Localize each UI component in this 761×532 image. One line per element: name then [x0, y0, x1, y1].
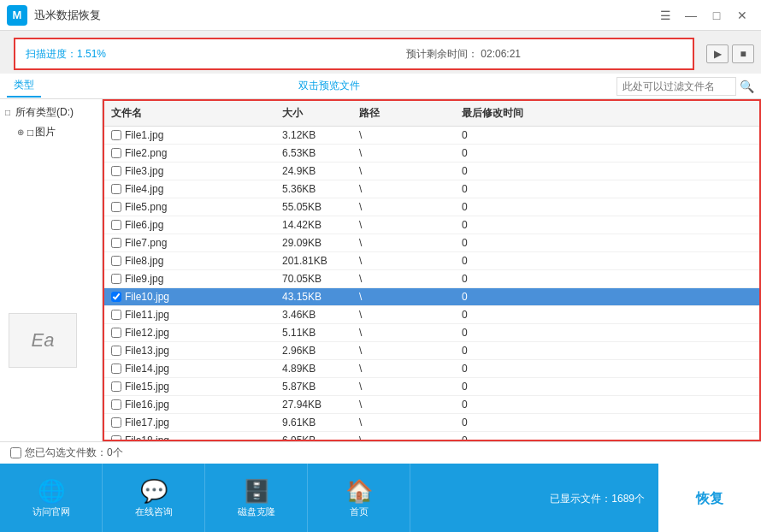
file-checkbox[interactable]: [111, 417, 121, 428]
cell-mtime: 0: [455, 234, 557, 251]
expand-icon-image: ⊕: [17, 127, 27, 137]
cell-filename: File8.jpg: [104, 252, 275, 269]
filename-text: File1.jpg: [125, 129, 163, 141]
table-row[interactable]: File15.jpg 5.87KB \ 0: [104, 378, 759, 396]
home-button[interactable]: 🏠 首页: [308, 464, 410, 532]
file-checkbox[interactable]: [111, 399, 121, 410]
table-row[interactable]: File9.jpg 70.05KB \ 0: [104, 270, 759, 288]
file-checkbox[interactable]: [111, 364, 121, 374]
sidebar-item-image[interactable]: ⊕ □ 图片: [0, 122, 102, 142]
table-row[interactable]: File2.png 6.53KB \ 0: [104, 145, 759, 163]
col-filename: 文件名: [104, 104, 275, 122]
table-row[interactable]: File12.jpg 5.11KB \ 0: [104, 324, 759, 342]
progress-time: 预计剩余时间： 02:06:21: [245, 47, 682, 62]
cell-path: \: [352, 234, 455, 251]
cell-path: \: [352, 288, 455, 305]
cell-path: \: [352, 324, 455, 341]
file-checkbox[interactable]: [111, 202, 121, 212]
table-row[interactable]: File7.png 29.09KB \ 0: [104, 234, 759, 252]
cell-path: \: [352, 145, 455, 162]
sidebar-item-all[interactable]: □ 所有类型(D:): [0, 103, 102, 122]
cell-filename: File18.jpg: [104, 432, 275, 440]
disk-clone-button[interactable]: 🗄️ 磁盘克隆: [205, 464, 308, 532]
cell-mtime: 0: [455, 270, 557, 287]
table-row[interactable]: File1.jpg 3.12KB \ 0: [104, 127, 759, 145]
table-row[interactable]: File8.jpg 201.81KB \ 0: [104, 252, 759, 270]
website-button[interactable]: 🌐 访问官网: [0, 464, 103, 532]
file-checkbox[interactable]: [111, 328, 121, 338]
cell-path: \: [352, 378, 455, 395]
file-checkbox[interactable]: [111, 274, 121, 284]
consult-button[interactable]: 💬 在线咨询: [103, 464, 205, 532]
cell-mtime: 0: [455, 360, 557, 377]
restore-button[interactable]: 恢复: [658, 464, 761, 532]
cell-path: \: [352, 432, 455, 440]
thumbnail-preview: Ea: [9, 313, 77, 368]
cell-size: 5.11KB: [275, 324, 352, 341]
file-checkbox[interactable]: [111, 310, 121, 320]
close-button[interactable]: ✕: [730, 5, 754, 26]
stop-button[interactable]: ■: [732, 44, 754, 63]
search-icon[interactable]: 🔍: [740, 80, 754, 93]
globe-icon: 🌐: [38, 480, 65, 502]
table-row[interactable]: File10.jpg 43.15KB \ 0: [104, 288, 759, 306]
table-row[interactable]: File5.png 55.05KB \ 0: [104, 198, 759, 216]
filename-text: File18.jpg: [125, 434, 169, 440]
cell-mtime: 0: [455, 252, 557, 269]
file-checkbox[interactable]: [111, 130, 121, 140]
table-row[interactable]: File14.jpg 4.89KB \ 0: [104, 360, 759, 378]
table-row[interactable]: File18.jpg 6.95KB \ 0: [104, 432, 759, 440]
website-label: 访问官网: [32, 505, 70, 518]
file-checkbox[interactable]: [111, 238, 121, 248]
app-logo: M: [7, 5, 27, 26]
table-row[interactable]: File6.jpg 14.42KB \ 0: [104, 216, 759, 234]
cell-path: \: [352, 252, 455, 269]
col-mtime: 最后修改时间: [455, 104, 557, 122]
cell-path: \: [352, 216, 455, 233]
maximize-button[interactable]: □: [705, 5, 729, 26]
cell-mtime: 0: [455, 342, 557, 359]
minimize-button[interactable]: —: [679, 5, 703, 26]
filename-text: File5.png: [125, 201, 167, 213]
file-checkbox[interactable]: [111, 346, 121, 356]
toolbar: 类型 双击预览文件 🔍: [0, 74, 761, 99]
table-row[interactable]: File17.jpg 9.61KB \ 0: [104, 414, 759, 432]
cell-size: 3.46KB: [275, 306, 352, 323]
menu-button[interactable]: ☰: [653, 5, 677, 26]
cell-filename: File7.png: [104, 234, 275, 251]
table-row[interactable]: File16.jpg 27.94KB \ 0: [104, 396, 759, 414]
file-checkbox[interactable]: [111, 220, 121, 230]
filter-input[interactable]: [616, 77, 736, 96]
file-checkbox[interactable]: [111, 166, 121, 176]
file-checkbox[interactable]: [111, 381, 121, 392]
cell-mtime: 0: [455, 145, 557, 162]
file-checkbox[interactable]: [111, 292, 121, 302]
table-row[interactable]: File3.jpg 24.9KB \ 0: [104, 163, 759, 180]
play-button[interactable]: ▶: [706, 44, 729, 63]
cell-size: 24.9KB: [275, 163, 352, 180]
cell-path: \: [352, 270, 455, 287]
home-icon: 🏠: [345, 480, 373, 502]
table-row[interactable]: File13.jpg 2.96KB \ 0: [104, 342, 759, 360]
table-row[interactable]: File11.jpg 3.46KB \ 0: [104, 306, 759, 324]
cell-filename: File14.jpg: [104, 360, 275, 377]
file-checkbox[interactable]: [111, 148, 121, 158]
filename-text: File12.jpg: [125, 327, 169, 339]
cell-size: 5.36KB: [275, 180, 352, 198]
file-checkbox[interactable]: [111, 184, 121, 194]
cell-mtime: 0: [455, 396, 557, 413]
filename-text: File8.jpg: [125, 255, 163, 267]
cell-path: \: [352, 396, 455, 413]
tab-type[interactable]: 类型: [7, 74, 41, 98]
preview-label: 双击预览文件: [41, 79, 616, 93]
sidebar-item-label: 所有类型(D:): [15, 105, 74, 120]
select-all-checkbox[interactable]: [10, 447, 21, 458]
cell-mtime: 0: [455, 324, 557, 341]
file-checkbox[interactable]: [111, 435, 121, 440]
main-area: □ 所有类型(D:) ⊕ □ 图片 Ea 文件名 大小 路径 最后修改时间: [0, 99, 761, 441]
chat-icon: 💬: [140, 480, 168, 502]
cell-filename: File9.jpg: [104, 270, 275, 287]
table-row[interactable]: File4.jpg 5.36KB \ 0: [104, 180, 759, 198]
cell-filename: File10.jpg: [104, 288, 275, 305]
file-checkbox[interactable]: [111, 256, 121, 266]
